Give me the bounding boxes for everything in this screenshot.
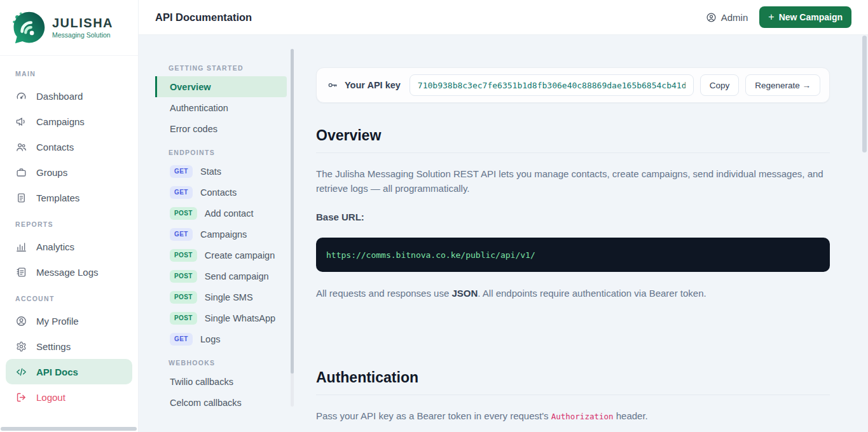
regenerate-button[interactable]: Regenerate →	[745, 74, 820, 96]
method-badge-get: GET	[170, 186, 193, 199]
docs-section-getting-started: GETTING STARTED	[155, 64, 287, 72]
authorization-inline-code: Authorization	[551, 412, 614, 421]
base-url-value: https://comms.bitnova.co.ke/public/api/v…	[326, 250, 535, 260]
docs-item-label: Contacts	[200, 187, 237, 198]
sidebar-item-my-profile[interactable]: My Profile	[6, 308, 132, 334]
sidebar-item-settings[interactable]: Settings	[6, 334, 132, 359]
docs-item-campaigns[interactable]: GET Campaigns	[155, 224, 287, 245]
bar-chart-icon	[15, 241, 27, 253]
sidebar-item-label: API Docs	[36, 367, 78, 377]
dashboard-icon	[15, 90, 27, 102]
sidebar-item-groups[interactable]: Groups	[6, 159, 132, 185]
sidebar-item-label: Contacts	[36, 142, 74, 152]
main-sidebar: JULISHA Messaging Solution MAIN Dashboar…	[0, 0, 139, 432]
sidebar-section-main: MAIN	[6, 64, 132, 83]
logout-icon	[15, 391, 27, 403]
docs-item-celcom-callbacks[interactable]: Celcom callbacks	[155, 392, 287, 413]
sidebar-item-analytics[interactable]: Analytics	[6, 234, 132, 259]
api-key-input[interactable]	[410, 74, 694, 96]
plus-icon: +	[768, 12, 774, 22]
brand-tagline: Messaging Solution	[52, 31, 113, 39]
method-badge-get: GET	[170, 228, 193, 241]
main-content: Your API key Copy Regenerate → Overview …	[296, 35, 868, 432]
megaphone-icon	[15, 116, 27, 128]
sidebar-horizontal-scrollbar[interactable]	[1, 427, 137, 431]
docs-item-label: Celcom callbacks	[170, 398, 242, 408]
sidebar-item-label: Settings	[36, 341, 71, 352]
sidebar-item-label: Analytics	[36, 241, 74, 252]
note-text: All requests and responses use	[316, 288, 451, 299]
docs-item-create-campaign[interactable]: POST Create campaign	[155, 245, 287, 266]
users-icon	[15, 141, 27, 153]
docs-item-label: Send campaign	[205, 271, 269, 281]
docs-item-label: Campaigns	[200, 229, 247, 240]
sidebar-item-logout[interactable]: Logout	[6, 384, 132, 410]
journal-icon	[15, 266, 27, 278]
docs-sidebar: GETTING STARTED Overview Authentication …	[139, 35, 296, 432]
docs-scrollbar-thumb[interactable]	[291, 49, 294, 374]
divider	[316, 395, 830, 395]
note-json-bold: JSON	[451, 288, 478, 299]
brand-logo: JULISHA Messaging Solution	[0, 0, 138, 56]
docs-item-single-whatsapp[interactable]: POST Single WhatsApp	[155, 307, 287, 328]
divider	[316, 152, 830, 153]
code-icon	[15, 366, 27, 378]
sidebar-item-message-logs[interactable]: Message Logs	[6, 259, 132, 285]
admin-user-menu[interactable]: Admin	[706, 12, 748, 23]
copy-button[interactable]: Copy	[700, 74, 740, 96]
docs-item-label: Error codes	[170, 124, 217, 134]
sidebar-item-dashboard[interactable]: Dashboard	[6, 83, 132, 109]
sidebar-section-reports: REPORTS	[6, 214, 132, 234]
authentication-body: Pass your API key as a Bearer token in e…	[316, 408, 830, 424]
app-window: JULISHA Messaging Solution MAIN Dashboar…	[0, 0, 868, 432]
overview-intro: The Julisha Messaging Solution REST API …	[316, 166, 830, 196]
docs-item-logs[interactable]: GET Logs	[155, 328, 287, 349]
docs-item-authentication[interactable]: Authentication	[155, 97, 287, 118]
docs-item-add-contact[interactable]: POST Add contact	[155, 203, 287, 224]
sidebar-item-label: Templates	[36, 192, 79, 203]
user-circle-icon	[15, 315, 27, 327]
docs-item-contacts[interactable]: GET Contacts	[155, 182, 287, 203]
sidebar-item-api-docs[interactable]: API Docs	[6, 359, 132, 384]
docs-item-label: Add contact	[205, 208, 254, 219]
overview-heading: Overview	[316, 127, 830, 144]
sidebar-item-label: Logout	[36, 392, 65, 403]
sidebar-item-label: Groups	[36, 167, 67, 178]
sidebar-item-campaigns[interactable]: Campaigns	[6, 109, 132, 134]
key-icon	[327, 79, 338, 91]
docs-item-label: Stats	[200, 166, 221, 177]
docs-item-label: Logs	[200, 334, 220, 344]
note-text: . All endpoints require authentication v…	[478, 288, 706, 299]
gear-icon	[15, 341, 27, 353]
admin-label: Admin	[721, 12, 748, 23]
new-campaign-label: New Campaign	[779, 12, 843, 22]
page-scrollbar-thumb[interactable]	[862, 36, 867, 152]
docs-item-stats[interactable]: GET Stats	[155, 161, 287, 182]
sidebar-item-label: Message Logs	[36, 267, 99, 278]
new-campaign-button[interactable]: + New Campaign	[759, 6, 851, 28]
authentication-heading: Authentication	[316, 369, 830, 386]
docs-item-single-sms[interactable]: POST Single SMS	[155, 287, 287, 307]
sidebar-item-templates[interactable]: Templates	[6, 185, 132, 210]
docs-item-label: Twilio callbacks	[170, 377, 233, 387]
base-url-label: Base URL:	[316, 212, 830, 222]
docs-item-send-campaign[interactable]: POST Send campaign	[155, 266, 287, 287]
docs-item-label: Create campaign	[205, 250, 275, 260]
method-badge-post: POST	[170, 270, 197, 283]
method-badge-get: GET	[170, 165, 193, 178]
sidebar-item-contacts[interactable]: Contacts	[6, 134, 132, 159]
docs-item-label: Authentication	[170, 103, 228, 113]
authentication-section: Authentication Pass your API key as a Be…	[316, 369, 830, 424]
sidebar-item-label: Dashboard	[36, 91, 83, 102]
overview-section: Overview The Julisha Messaging Solution …	[316, 127, 830, 300]
docs-item-twilio-callbacks[interactable]: Twilio callbacks	[155, 371, 287, 392]
auth-text: header.	[614, 410, 648, 421]
page-title: API Documentation	[155, 11, 252, 24]
user-icon	[706, 12, 717, 23]
api-key-card: Your API key Copy Regenerate →	[316, 67, 830, 103]
topbar: API Documentation Admin + New Campaign	[139, 0, 868, 35]
docs-item-error-codes[interactable]: Error codes	[155, 118, 287, 139]
docs-item-label: Single WhatsApp	[205, 313, 275, 323]
docs-item-label: Overview	[170, 82, 211, 92]
docs-item-overview[interactable]: Overview	[155, 76, 287, 97]
